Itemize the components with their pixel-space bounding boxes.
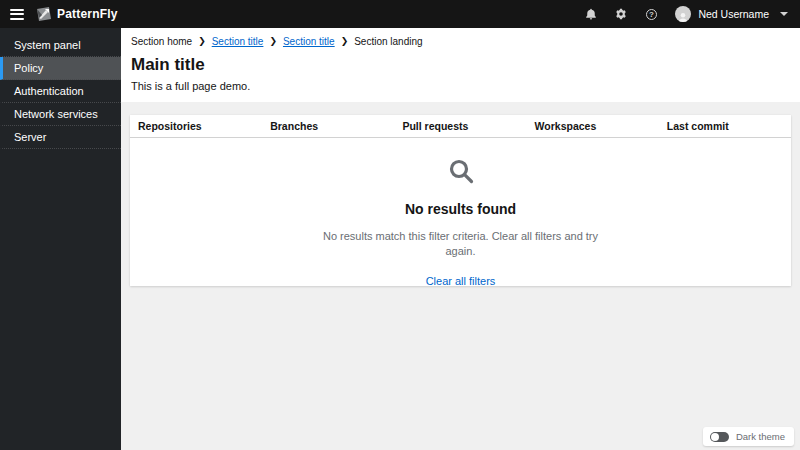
table-header-row: Repositories Branches Pull requests Work… bbox=[130, 115, 791, 138]
sidebar-nav: System panel Policy Authentication Netwo… bbox=[0, 28, 121, 450]
breadcrumb: Section home ❯ Section title ❯ Section t… bbox=[131, 36, 790, 47]
dark-theme-label: Dark theme bbox=[736, 431, 785, 442]
column-header-repositories: Repositories bbox=[130, 115, 262, 137]
help-icon[interactable]: ? bbox=[643, 6, 659, 22]
column-header-workspaces: Workspaces bbox=[527, 115, 659, 137]
column-header-pull-requests: Pull requests bbox=[394, 115, 526, 137]
avatar bbox=[675, 6, 691, 22]
page-header: Section home ❯ Section title ❯ Section t… bbox=[121, 28, 800, 102]
theme-toggle-card: Dark theme bbox=[703, 427, 794, 446]
breadcrumb-link-section-title-2[interactable]: Section title bbox=[283, 36, 335, 47]
question-mark-icon: ? bbox=[646, 9, 657, 20]
switch-knob bbox=[711, 433, 719, 441]
chevron-right-icon: ❯ bbox=[341, 37, 349, 46]
sidebar-item-policy[interactable]: Policy bbox=[0, 57, 121, 80]
user-menu[interactable]: Ned Username bbox=[675, 6, 788, 22]
chevron-down-icon bbox=[780, 12, 788, 16]
sidebar-item-network-services[interactable]: Network services bbox=[0, 103, 121, 126]
sidebar-item-system-panel[interactable]: System panel bbox=[0, 34, 121, 57]
chevron-right-icon: ❯ bbox=[269, 37, 277, 46]
dark-theme-switch[interactable] bbox=[710, 432, 729, 442]
column-header-last-commit: Last commit bbox=[659, 115, 791, 137]
breadcrumb-link-section-title-1[interactable]: Section title bbox=[212, 36, 264, 47]
column-header-branches: Branches bbox=[262, 115, 394, 137]
search-icon bbox=[447, 157, 475, 189]
patternfly-logo-icon bbox=[36, 6, 52, 22]
brand-name: PatternFly bbox=[57, 7, 118, 21]
masthead-actions: ? bbox=[583, 6, 659, 22]
clear-all-filters-button[interactable]: Clear all filters bbox=[426, 275, 496, 287]
chevron-right-icon: ❯ bbox=[198, 37, 206, 46]
breadcrumb-item-section-home: Section home bbox=[131, 36, 192, 47]
user-name: Ned Username bbox=[698, 8, 769, 20]
page-subtitle: This is a full page demo. bbox=[131, 80, 790, 92]
nav-toggle-hamburger-icon[interactable] bbox=[10, 9, 24, 20]
brand[interactable]: PatternFly bbox=[36, 6, 118, 22]
bell-icon[interactable] bbox=[583, 6, 599, 22]
cog-icon[interactable] bbox=[613, 6, 629, 22]
empty-state-title: No results found bbox=[405, 201, 516, 217]
page-title: Main title bbox=[131, 55, 790, 75]
masthead: PatternFly ? Ned Username bbox=[0, 0, 800, 28]
sidebar-item-authentication[interactable]: Authentication bbox=[0, 80, 121, 103]
breadcrumb-item-section-landing: Section landing bbox=[354, 36, 422, 47]
sidebar-item-server[interactable]: Server bbox=[0, 126, 121, 149]
results-card: Repositories Branches Pull requests Work… bbox=[130, 115, 791, 286]
main-content: Section home ❯ Section title ❯ Section t… bbox=[121, 28, 800, 450]
empty-state-body: No results match this filter criteria. C… bbox=[321, 229, 601, 259]
page-body: Repositories Branches Pull requests Work… bbox=[121, 102, 800, 450]
empty-state: No results found No results match this f… bbox=[130, 138, 791, 287]
